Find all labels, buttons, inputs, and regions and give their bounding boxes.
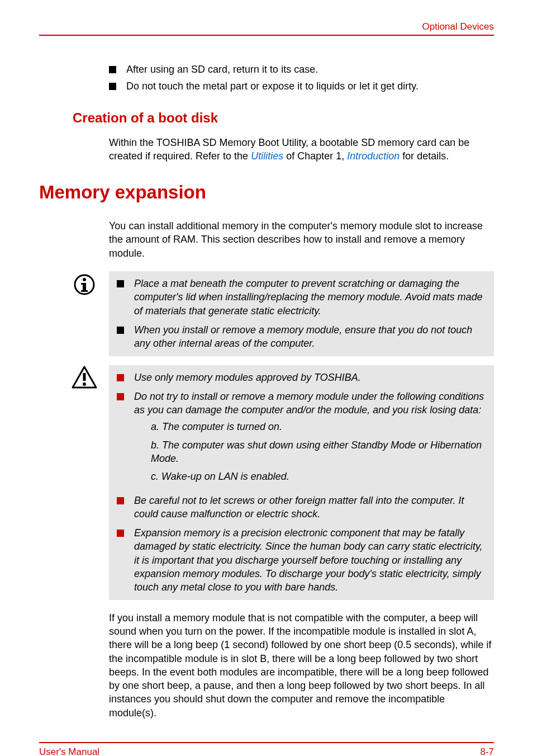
bullet-icon (117, 327, 124, 334)
sub-list: a. The computer is turned on. b. The com… (151, 420, 486, 483)
page-header: Optional Devices (39, 21, 494, 36)
bullet-icon (117, 393, 124, 400)
bullet-text: Do not touch the metal part or expose it… (126, 79, 494, 93)
bullet-icon (109, 83, 116, 90)
page-footer: User's Manual 8-7 (39, 742, 494, 756)
list-item: After using an SD card, return it to its… (109, 63, 494, 76)
svg-rect-4 (81, 290, 88, 292)
list-item: Use only memory modules approved by TOSH… (117, 371, 486, 384)
sd-card-bullet-list: After using an SD card, return it to its… (109, 63, 494, 93)
svg-point-7 (83, 382, 86, 386)
bullet-icon (117, 374, 124, 381)
bullet-lead-text: Do not try to install or remove a memory… (134, 391, 484, 415)
bullet-text: Expansion memory is a precision electron… (134, 526, 486, 594)
para-text: for details. (399, 150, 449, 162)
heading-creation-boot-disk: Creation of a boot disk (73, 109, 494, 127)
footer-left: User's Manual (39, 746, 99, 756)
warning-note-block: Use only memory modules approved by TOSH… (109, 365, 494, 600)
bullet-text: Place a mat beneath the computer to prev… (134, 277, 486, 318)
bullet-text: After using an SD card, return it to its… (126, 63, 494, 76)
heading-memory-expansion: Memory expansion (39, 180, 494, 205)
creation-paragraph: Within the TOSHIBA SD Memory Boot Utilit… (109, 136, 494, 163)
link-utilities[interactable]: Utilities (251, 150, 283, 162)
sub-list-item: b. The computer was shut down using eith… (151, 438, 486, 466)
list-item: Do not try to install or remove a memory… (117, 390, 486, 488)
list-item: Place a mat beneath the computer to prev… (117, 277, 486, 318)
list-item: Expansion memory is a precision electron… (117, 526, 486, 594)
para-text: of Chapter 1, (283, 150, 347, 162)
list-item: Do not touch the metal part or expose it… (109, 79, 494, 93)
header-section-title: Optional Devices (39, 21, 494, 32)
info-note-block: Place a mat beneath the computer to prev… (109, 271, 494, 356)
svg-point-1 (83, 278, 86, 281)
warning-icon (70, 365, 98, 393)
bullet-text: When you install or remove a memory modu… (134, 323, 486, 351)
svg-rect-6 (83, 373, 86, 381)
svg-rect-3 (81, 283, 85, 285)
footer-page-number: 8-7 (480, 746, 494, 756)
bullet-icon (117, 530, 124, 537)
bullet-icon (109, 66, 116, 73)
compatibility-paragraph: If you install a memory module that is n… (109, 611, 494, 720)
link-introduction[interactable]: Introduction (347, 150, 399, 162)
bullet-text: Be careful not to let screws or other fo… (134, 494, 486, 521)
bullet-icon (117, 497, 124, 504)
bullet-icon (117, 280, 124, 287)
info-icon (70, 271, 98, 299)
list-item: Be careful not to let screws or other fo… (117, 494, 486, 521)
list-item: When you install or remove a memory modu… (117, 323, 486, 351)
bullet-text: Use only memory modules approved by TOSH… (134, 371, 486, 384)
sub-list-item: a. The computer is turned on. (151, 420, 486, 433)
memory-expansion-paragraph: You can install additional memory in the… (109, 219, 494, 260)
bullet-text: Do not try to install or remove a memory… (134, 390, 486, 488)
sub-list-item: c. Wake-up on LAN is enabled. (151, 470, 486, 483)
